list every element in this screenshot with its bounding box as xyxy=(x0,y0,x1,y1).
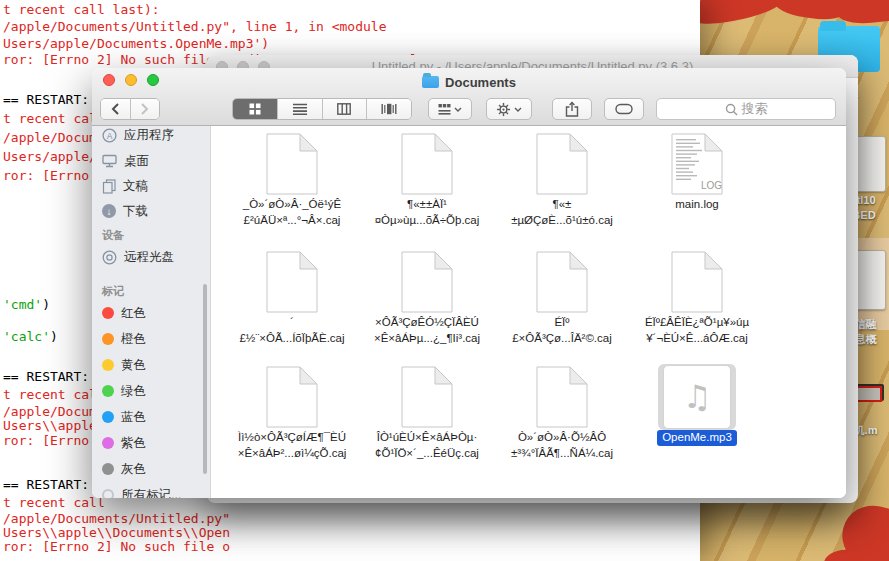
svg-text:LOG: LOG xyxy=(701,180,722,191)
file-item-main-log[interactable]: LOGmain.log xyxy=(632,131,762,213)
file-name-label[interactable]: _Ò»´øÒ»Â·_Óë¹ýÊ£²úÄÜ×ª...°¬Â×.caj xyxy=(227,197,357,228)
file-name-label[interactable]: main.log xyxy=(632,197,762,213)
music-file-icon[interactable]: ♫ xyxy=(632,364,762,430)
sidebar-tags-header: 标记 xyxy=(102,284,124,299)
documents-icon xyxy=(102,179,116,194)
file-item-caj-document[interactable]: ÎÒ¹úÈÚ×Ê×âÁÞÒµ·¢Õ¹ÏÖ×´_...ÊéÜç.caj xyxy=(362,364,492,461)
sidebar-item-label: 文稿 xyxy=(123,178,148,195)
sidebar-item-remote-disc[interactable]: 远程光盘 xyxy=(102,247,207,267)
finder-sidebar: A应用程序桌面文稿↓下载设备远程光盘标记红色橙色黄色绿色蓝色紫色灰色所有标记..… xyxy=(92,126,211,498)
history-buttons xyxy=(100,98,160,120)
sidebar-item-tag-7[interactable]: 灰色 xyxy=(102,459,207,479)
blank-document-icon[interactable] xyxy=(632,249,762,315)
minimize-icon[interactable] xyxy=(125,74,137,86)
tag-6-icon xyxy=(102,437,114,449)
sidebar-item-tag-2[interactable]: 橙色 xyxy=(102,329,207,349)
shell-output-line: == RESTART: / xyxy=(3,369,105,384)
finder-body: A应用程序桌面文稿↓下载设备远程光盘标记红色橙色黄色绿色蓝色紫色灰色所有标记..… xyxy=(92,126,846,498)
shell-output-line: ror: [Errno 2 xyxy=(3,433,105,448)
shell-output-line: Users/apple/Documents.OpenMe.mp3') xyxy=(3,36,269,51)
shell-output-line: t recent call xyxy=(3,111,105,126)
tag-button[interactable] xyxy=(604,98,644,120)
forward-button[interactable] xyxy=(131,99,160,119)
file-item-caj-document[interactable]: ×ÔÃ³ÇøÊÓ½ÇÏÂÈÚ×Ê×âÁÞµ...¿_¶Ii³.caj xyxy=(362,249,492,346)
log-file-icon[interactable]: LOG xyxy=(632,131,762,197)
blank-document-icon[interactable] xyxy=(362,364,492,430)
file-item-caj-document[interactable]: ÉÏº£×ÔÃ³Çø...ÎÄ²©.caj xyxy=(497,249,627,346)
shell-output-line: == RESTART: / xyxy=(3,477,105,492)
sidebar-item-label: 红色 xyxy=(121,305,146,322)
blank-document-icon[interactable] xyxy=(227,249,357,315)
file-item-caj-document[interactable]: _Ò»´øÒ»Â·_Óë¹ýÊ£²úÄÜ×ª...°¬Â×.caj xyxy=(227,131,357,228)
file-item-caj-document[interactable]: ´£½¨×ÔÃ...ÍõÏþÃÈ.caj xyxy=(227,249,357,346)
blank-document-icon[interactable] xyxy=(362,131,492,197)
column-view-button[interactable] xyxy=(323,99,368,119)
file-name-label[interactable]: ÉÏº£ÂÊÏÈ¿ªÕ¹µ¥»úµ¥´¬ÈÚ×Ê...áÔÆ.caj xyxy=(632,315,762,346)
grid-view-button[interactable] xyxy=(233,99,278,119)
shell-output-line: Users\\apple\\Documents\\Open xyxy=(3,525,230,540)
blank-document-icon[interactable] xyxy=(362,249,492,315)
file-item-caj-document[interactable]: Ò»´øÒ»Â·Õ½ÂÔ±³¾°ÏÂÃ¶...ÑÁ¼.caj xyxy=(497,364,627,461)
tag-3-icon xyxy=(102,359,114,371)
file-name-label[interactable]: Ò»´øÒ»Â·Õ½ÂÔ±³¾°ÏÂÃ¶...ÑÁ¼.caj xyxy=(497,430,627,461)
sidebar-item-all-tags[interactable]: 所有标记... xyxy=(102,485,207,498)
sidebar-item-label: 远程光盘 xyxy=(124,249,174,266)
blank-document-icon[interactable] xyxy=(227,131,357,197)
share-button[interactable] xyxy=(552,98,592,120)
coverflow-view-button[interactable] xyxy=(367,99,411,119)
shell-output-line: t recent call last): xyxy=(3,2,160,17)
arrange-menu-button[interactable] xyxy=(428,98,472,120)
file-name-label[interactable]: ×ÔÃ³ÇøÊÓ½ÇÏÂÈÚ×Ê×âÁÞµ...¿_¶Ii³.caj xyxy=(362,315,492,346)
blank-document-icon[interactable] xyxy=(227,364,357,430)
file-name-label[interactable]: ÎÒ¹úÈÚ×Ê×âÁÞÒµ·¢Õ¹ÏÖ×´_...ÊéÜç.caj xyxy=(362,430,492,461)
screen: { "editor_window": { "title": "Untitled.… xyxy=(0,0,889,561)
action-gear-menu-button[interactable] xyxy=(486,98,532,120)
sidebar-item-tag-1[interactable]: 红色 xyxy=(102,303,207,323)
back-button[interactable] xyxy=(101,99,131,119)
blank-document-icon[interactable] xyxy=(497,131,627,197)
shell-output-line: /apple/Documents/Untitled.py" xyxy=(3,511,230,526)
selected-file-name: OpenMe.mp3 xyxy=(657,430,737,446)
file-item-openme-mp3[interactable]: ♫OpenMe.mp3 xyxy=(632,364,762,446)
downloads-icon: ↓ xyxy=(102,204,116,218)
shell-output-line: /apple/Docume xyxy=(3,404,105,419)
file-name-label[interactable]: ÉÏº£×ÔÃ³Çø...ÎÄ²©.caj xyxy=(497,315,627,346)
finder-titlebar[interactable]: Documents xyxy=(92,68,846,96)
sidebar-item-downloads[interactable]: ↓下载 xyxy=(102,201,207,221)
tag-4-icon xyxy=(102,385,114,397)
file-name-label[interactable]: OpenMe.mp3 xyxy=(632,430,762,446)
search-input[interactable]: 搜索 xyxy=(656,98,836,120)
blank-document-icon[interactable] xyxy=(497,364,627,430)
sidebar-item-documents[interactable]: 文稿 xyxy=(102,176,207,196)
file-name-label[interactable]: ¶«±±ÀÏ¹¤Òµ»ùµ...õÃ÷Õþ.caj xyxy=(362,197,492,228)
remote-disc-icon xyxy=(102,250,117,265)
file-name-label[interactable]: Ìì½ò×ÔÃ³ÇøÍÆ¶¯ÈÚ×Ê×âÁÞ²...øì¼çÕ.caj xyxy=(227,430,357,461)
zoom-icon[interactable] xyxy=(147,74,159,86)
sidebar-item-tag-6[interactable]: 紫色 xyxy=(102,433,207,453)
file-name-label[interactable]: ¶«±±µØÇøÈ...õ¹ú±ó.caj xyxy=(497,197,627,228)
file-item-caj-document[interactable]: ¶«±±ÀÏ¹¤Òµ»ùµ...õÃ÷Õþ.caj xyxy=(362,131,492,228)
shell-output-line: ror: [Errno 2] No such file o xyxy=(3,539,230,554)
file-item-caj-document[interactable]: ÉÏº£ÂÊÏÈ¿ªÕ¹µ¥»úµ¥´¬ÈÚ×Ê...áÔÆ.caj xyxy=(632,249,762,346)
shell-output-line: 'cmd') xyxy=(3,297,50,312)
sidebar-item-tag-3[interactable]: 黄色 xyxy=(102,355,207,375)
finder-file-grid: _Ò»´øÒ»Â·_Óë¹ýÊ£²úÄÜ×ª...°¬Â×.caj¶«±±ÀÏ¹… xyxy=(211,126,846,498)
file-item-caj-document[interactable]: ¶«±±µØÇøÈ...õ¹ú±ó.caj xyxy=(497,131,627,228)
blank-document-icon[interactable] xyxy=(497,249,627,315)
file-name-label[interactable]: ´£½¨×ÔÃ...ÍõÏþÃÈ.caj xyxy=(227,315,357,346)
shell-output-line: t recent call xyxy=(3,495,105,510)
folder-icon xyxy=(422,76,439,88)
close-icon[interactable] xyxy=(103,74,115,86)
finder-chrome: Documents xyxy=(92,68,846,126)
sidebar-item-label: 下载 xyxy=(123,203,148,220)
sidebar-item-tag-4[interactable]: 绿色 xyxy=(102,381,207,401)
sidebar-item-label: 蓝色 xyxy=(121,409,146,426)
sidebar-item-desktop[interactable]: 桌面 xyxy=(102,151,207,171)
sidebar-item-label: 应用程序 xyxy=(124,127,174,144)
file-item-caj-document[interactable]: Ìì½ò×ÔÃ³ÇøÍÆ¶¯ÈÚ×Ê×âÁÞ²...øì¼çÕ.caj xyxy=(227,364,357,461)
tag-5-icon xyxy=(102,411,114,423)
shell-output-line: /apple/Documents/Untitled.py", line 1, i… xyxy=(3,19,387,34)
sidebar-item-tag-5[interactable]: 蓝色 xyxy=(102,407,207,427)
sidebar-item-applications[interactable]: A应用程序 xyxy=(102,126,207,145)
list-view-button[interactable] xyxy=(278,99,323,119)
